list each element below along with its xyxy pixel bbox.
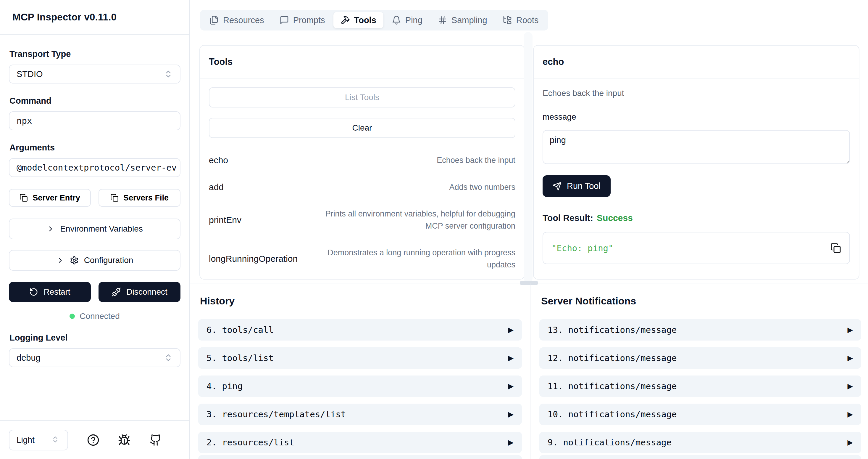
notification-item[interactable]: 9. notifications/message ▶ xyxy=(539,432,861,453)
chevrons-up-down-icon xyxy=(164,353,173,362)
tools-panel-header: Tools xyxy=(200,46,524,79)
entry-buttons-row: Server Entry Servers File xyxy=(9,189,181,207)
tools-panel: Tools List Tools Clear echo Echoes back … xyxy=(199,45,525,280)
logging-level-select[interactable]: debug xyxy=(9,348,181,367)
notification-item-label: 9. notifications/message xyxy=(548,437,672,448)
tab-prompts[interactable]: Prompts xyxy=(273,12,332,28)
restart-button[interactable]: Restart xyxy=(9,282,91,302)
tool-name: longRunningOperation xyxy=(209,254,298,264)
tool-list-item[interactable]: echo Echoes back the input xyxy=(209,154,515,166)
history-item-label: 2. resources/list xyxy=(207,437,294,448)
arguments-label: Arguments xyxy=(9,142,181,153)
param-message-input[interactable]: ping xyxy=(542,130,850,164)
servers-file-button[interactable]: Servers File xyxy=(98,189,181,207)
tab-roots[interactable]: Roots xyxy=(496,12,546,28)
expand-play-icon: ▶ xyxy=(508,410,514,419)
bell-icon xyxy=(392,16,401,25)
tab-label: Sampling xyxy=(452,16,487,25)
tab-sampling[interactable]: Sampling xyxy=(431,12,494,28)
tool-result-status: Success xyxy=(597,213,633,223)
files-icon xyxy=(210,16,219,25)
app-title: MCP Inspector v0.11.0 xyxy=(12,11,117,23)
footer-icons xyxy=(68,434,181,446)
tool-list: echo Echoes back the input add Adds two … xyxy=(209,154,515,271)
notification-item[interactable]: 11. notifications/message ▶ xyxy=(539,375,861,397)
copy-result-icon[interactable] xyxy=(830,243,841,254)
run-tool-button[interactable]: Run Tool xyxy=(542,175,611,197)
tab-tools[interactable]: Tools xyxy=(333,12,383,28)
chevrons-up-down-icon xyxy=(164,69,173,79)
tool-list-item[interactable]: longRunningOperation Demonstrates a long… xyxy=(209,247,515,271)
history-item-label: 3. resources/templates/list xyxy=(207,409,346,419)
command-label: Command xyxy=(9,95,181,106)
history-list: 6. tools/call ▶ 5. tools/list ▶ 4. ping … xyxy=(198,319,522,453)
list-tools-button[interactable]: List Tools xyxy=(209,87,515,108)
tools-panel-scrollbar[interactable] xyxy=(524,32,532,283)
tool-detail-title: echo xyxy=(542,57,564,67)
history-item-label: 5. tools/list xyxy=(207,353,274,363)
restart-label: Restart xyxy=(43,287,70,297)
bug-icon[interactable] xyxy=(118,434,130,446)
tab-ping[interactable]: Ping xyxy=(384,12,430,28)
history-item-partial[interactable] xyxy=(198,455,522,459)
notification-item-label: 10. notifications/message xyxy=(548,409,677,419)
configuration-label: Configuration xyxy=(84,256,133,265)
help-icon[interactable] xyxy=(87,434,99,446)
servers-file-label: Servers File xyxy=(123,193,168,203)
theme-select[interactable]: Light xyxy=(9,430,68,451)
tab-bar: Resources Prompts Tools Ping xyxy=(200,10,548,30)
history-pane: History 6. tools/call ▶ 5. tools/list ▶ … xyxy=(198,294,522,459)
copy-icon xyxy=(110,194,119,202)
connection-buttons-row: Restart Disconnect xyxy=(9,282,181,302)
run-tool-label: Run Tool xyxy=(567,181,600,191)
notification-item-label: 11. notifications/message xyxy=(548,381,677,391)
connection-status: Connected xyxy=(9,311,181,322)
tool-list-item[interactable]: printEnv Prints all environment variable… xyxy=(209,208,515,232)
logging-level-value: debug xyxy=(17,353,40,363)
server-entry-button[interactable]: Server Entry xyxy=(9,189,91,207)
history-item[interactable]: 6. tools/call ▶ xyxy=(198,319,522,341)
notification-item-label: 12. notifications/message xyxy=(548,353,677,363)
expand-play-icon: ▶ xyxy=(847,438,853,447)
transport-type-value: STDIO xyxy=(17,69,43,79)
expand-play-icon: ▶ xyxy=(847,354,853,362)
notification-item[interactable]: 12. notifications/message ▶ xyxy=(539,347,861,369)
disconnect-label: Disconnect xyxy=(126,287,167,297)
sidebar: MCP Inspector v0.11.0 Transport Type STD… xyxy=(0,0,190,459)
history-item[interactable]: 5. tools/list ▶ xyxy=(198,347,522,369)
history-item[interactable]: 4. ping ▶ xyxy=(198,375,522,397)
disconnect-button[interactable]: Disconnect xyxy=(98,282,181,302)
tool-name: add xyxy=(209,182,224,192)
expand-play-icon: ▶ xyxy=(508,382,514,390)
send-icon xyxy=(553,182,561,191)
tool-description: Prints all environment variables, helpfu… xyxy=(320,208,515,232)
server-notifications-list: 13. notifications/message ▶ 12. notifica… xyxy=(539,319,861,453)
arguments-input[interactable]: @modelcontextprotocol/server-ev xyxy=(9,158,181,177)
configuration-button[interactable]: Configuration xyxy=(9,250,181,271)
chevron-right-icon xyxy=(46,225,55,233)
history-item[interactable]: 2. resources/list ▶ xyxy=(198,432,522,453)
tab-label: Resources xyxy=(223,16,264,25)
environment-variables-button[interactable]: Environment Variables xyxy=(9,219,181,239)
hash-icon xyxy=(438,16,447,25)
notification-item-partial[interactable] xyxy=(539,455,861,459)
tools-panel-title: Tools xyxy=(209,57,232,67)
transport-type-label: Transport Type xyxy=(9,49,181,59)
command-input[interactable]: npx xyxy=(9,111,181,130)
notification-item[interactable]: 10. notifications/message ▶ xyxy=(539,404,861,425)
notification-item[interactable]: 13. notifications/message ▶ xyxy=(539,319,861,341)
arguments-value: @modelcontextprotocol/server-ev xyxy=(17,163,177,173)
server-notifications-pane: Server Notifications 13. notifications/m… xyxy=(539,294,861,459)
transport-type-select[interactable]: STDIO xyxy=(9,64,181,84)
tool-detail-body: Echoes back the input message ping Run T… xyxy=(534,79,859,264)
github-icon[interactable] xyxy=(149,434,162,446)
tab-resources[interactable]: Resources xyxy=(203,12,271,28)
tool-list-item[interactable]: add Adds two numbers xyxy=(209,181,515,193)
tool-description: Echoes back the input xyxy=(437,154,515,166)
history-item[interactable]: 3. resources/templates/list ▶ xyxy=(198,404,522,425)
tab-label: Tools xyxy=(354,16,376,25)
splitter-handle[interactable] xyxy=(520,281,538,285)
expand-play-icon: ▶ xyxy=(508,438,514,447)
clear-tools-button[interactable]: Clear xyxy=(209,118,515,138)
expand-play-icon: ▶ xyxy=(847,410,853,419)
